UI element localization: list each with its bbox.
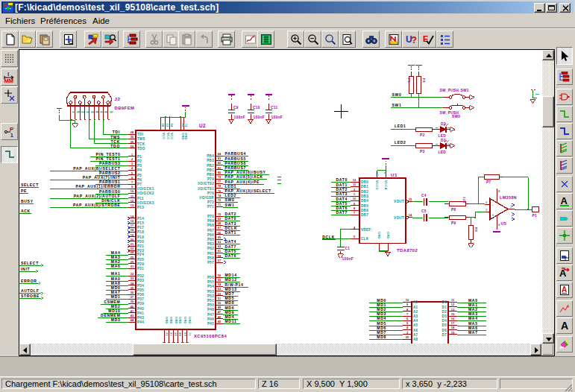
svg-text:P62: P62 — [207, 247, 214, 250]
svg-text:36: 36 — [131, 291, 134, 294]
svg-text:MD2: MD2 — [111, 304, 121, 309]
svg-text:P15: P15 — [137, 221, 144, 225]
svg-text:6: 6 — [76, 111, 80, 113]
svg-text:P61: P61 — [207, 252, 214, 256]
svg-text:MD3: MD3 — [377, 312, 386, 316]
svg-text:67: 67 — [218, 226, 221, 230]
svg-text:D0: D0 — [442, 300, 447, 304]
svg-text:22K: 22K — [462, 197, 466, 203]
svg-text:P13: P13 — [137, 206, 144, 209]
svg-text:47: 47 — [218, 310, 221, 314]
svg-text:VCC: VCC — [170, 133, 174, 140]
svg-text:MA6: MA6 — [111, 264, 121, 268]
svg-text:P44: P44 — [137, 320, 144, 324]
svg-text:DAT3: DAT3 — [225, 221, 237, 226]
svg-text:8: 8 — [354, 206, 356, 210]
svg-text:59: 59 — [131, 145, 134, 148]
svg-text:PAP_AUX(0)/STROBE: PAP_AUX(0)/STROBE — [73, 203, 120, 207]
svg-text:73: 73 — [184, 124, 187, 127]
svg-text:P48: P48 — [207, 308, 214, 312]
svg-text:PAP_AUX(1)/ERROR: PAP_AUX(1)/ERROR — [75, 184, 120, 189]
svg-text:29: 29 — [131, 260, 134, 264]
svg-text:J2: J2 — [115, 96, 121, 101]
svg-text:DAT1: DAT1 — [336, 183, 348, 187]
svg-text:25: 25 — [131, 256, 134, 259]
svg-text:D7: D7 — [442, 333, 447, 337]
svg-text:P45: P45 — [207, 322, 214, 326]
svg-text:54: 54 — [218, 282, 221, 286]
svg-text:P7: P7 — [137, 183, 142, 186]
svg-text:PAP_AUX(4)/PE: PAP_AUX(4)/PE — [225, 180, 260, 184]
svg-text:GND: GND — [178, 317, 182, 324]
svg-text:11: 11 — [131, 195, 134, 198]
svg-text:6: 6 — [131, 176, 133, 180]
svg-text:LED2: LED2 — [225, 193, 237, 197]
svg-text:8: 8 — [406, 308, 409, 312]
svg-text:SELECT: SELECT — [21, 261, 39, 265]
svg-text:PARBUS0: PARBUS0 — [99, 189, 120, 194]
svg-text:P50: P50 — [207, 303, 214, 307]
svg-text:P69: P69 — [207, 219, 214, 223]
svg-text:PARBUS3: PARBUS3 — [99, 161, 120, 165]
svg-text:P4: P4 — [137, 168, 142, 172]
svg-text:DB9FEM: DB9FEM — [115, 106, 135, 110]
svg-text:MA4: MA4 — [468, 316, 478, 320]
svg-text:P43: P43 — [137, 316, 144, 320]
svg-text:DB7: DB7 — [361, 213, 368, 217]
svg-text:DAT4: DAT4 — [336, 197, 348, 201]
svg-text:4: 4 — [406, 326, 409, 329]
svg-text:GND: GND — [386, 232, 390, 239]
svg-text:7: 7 — [85, 111, 89, 113]
svg-text:SW_PUSH: SW_PUSH — [440, 89, 459, 92]
svg-text:ERROR: ERROR — [21, 279, 37, 283]
svg-text:D4: D4 — [442, 319, 447, 323]
svg-text:DB2: DB2 — [361, 190, 368, 194]
svg-text:P20: P20 — [137, 240, 144, 244]
svg-text:63: 63 — [218, 240, 221, 244]
svg-text:R/W-P14: R/W-P14 — [225, 282, 244, 287]
svg-text:77: 77 — [218, 180, 221, 183]
svg-text:MA1: MA1 — [111, 271, 121, 276]
svg-text:A2: A2 — [413, 310, 418, 314]
svg-text:1: 1 — [72, 111, 75, 113]
svg-text:36: 36 — [131, 140, 134, 144]
svg-text:A1: A1 — [413, 306, 418, 309]
svg-text:P46: P46 — [207, 317, 214, 321]
svg-text:P65: P65 — [207, 238, 214, 241]
svg-text:P68: P68 — [207, 224, 214, 227]
svg-text:U5: U5 — [501, 221, 507, 226]
svg-text:P47: P47 — [207, 313, 214, 317]
svg-text:P34: P34 — [137, 284, 144, 288]
svg-text:5: 5 — [354, 235, 356, 238]
svg-text:P52: P52 — [207, 294, 214, 298]
svg-text:22: 22 — [166, 124, 169, 127]
svg-text:60: 60 — [183, 332, 186, 336]
svg-text:P79: P79 — [207, 177, 214, 181]
svg-text:R6: R6 — [474, 227, 478, 233]
svg-text:MD1: MD1 — [377, 303, 386, 307]
svg-text:7: 7 — [131, 180, 133, 184]
svg-text:25: 25 — [406, 335, 409, 339]
svg-text:PARBUS6: PARBUS6 — [225, 161, 246, 165]
svg-text:17: 17 — [131, 224, 134, 227]
svg-text:SW0: SW0 — [452, 115, 460, 118]
svg-text:2: 2 — [486, 201, 487, 204]
svg-text:DAT3: DAT3 — [336, 192, 348, 196]
svg-text:TDI: TDI — [113, 130, 120, 134]
svg-text:17: 17 — [451, 321, 455, 325]
svg-text:21: 21 — [165, 332, 168, 336]
svg-text:P25: P25 — [137, 258, 144, 262]
svg-text:DAT5: DAT5 — [336, 201, 348, 206]
svg-text:9: 9 — [354, 202, 356, 206]
svg-text:DB3: DB3 — [361, 195, 368, 198]
svg-text:A6: A6 — [413, 329, 418, 332]
svg-text:PAP_AUX(7)/INIT: PAP_AUX(7)/INIT — [83, 175, 121, 180]
svg-text:MA3: MA3 — [111, 255, 121, 259]
svg-text:I/O/GTS1: I/O/GTS1 — [198, 187, 214, 191]
svg-text:GND: GND — [165, 317, 169, 324]
svg-text:15: 15 — [131, 219, 134, 223]
svg-text:P37: P37 — [137, 297, 144, 301]
svg-text:20: 20 — [131, 238, 134, 241]
svg-text:TDO: TDO — [137, 147, 145, 151]
svg-text:MD7: MD7 — [377, 330, 386, 335]
